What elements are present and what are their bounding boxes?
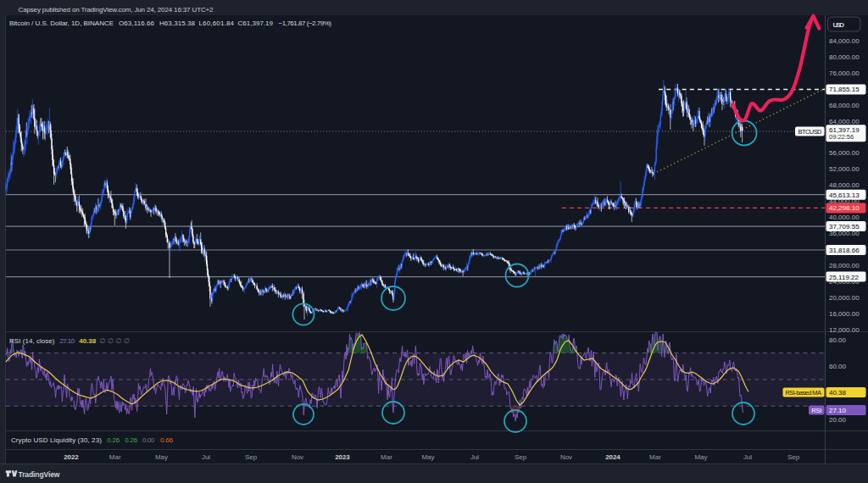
svg-text:0.00: 0.00: [142, 436, 155, 444]
svg-text:May: May: [155, 453, 168, 461]
svg-text:09:22:56: 09:22:56: [829, 133, 854, 141]
svg-text:40,000.00: 40,000.00: [829, 214, 860, 221]
svg-text:Mar: Mar: [649, 453, 661, 461]
svg-text:76,000.00: 76,000.00: [829, 69, 860, 77]
svg-text:Sep: Sep: [245, 453, 258, 461]
svg-text:USD: USD: [833, 21, 845, 29]
svg-text:Crypto USD Liquidity (30, 23): Crypto USD Liquidity (30, 23): [11, 436, 102, 444]
svg-text:Sep: Sep: [515, 453, 527, 461]
svg-text:Nov: Nov: [560, 453, 572, 461]
svg-text:C61,397.19: C61,397.19: [238, 19, 274, 27]
svg-text:2023: 2023: [335, 453, 350, 461]
svg-text:71,855.15: 71,855.15: [829, 86, 860, 93]
svg-text:Mar: Mar: [381, 453, 392, 461]
svg-text:2024: 2024: [605, 453, 620, 461]
svg-text:Jul: Jul: [470, 453, 479, 461]
svg-text:60.00: 60.00: [829, 363, 847, 370]
svg-text:28,000.00: 28,000.00: [829, 262, 860, 269]
svg-text:16,000.00: 16,000.00: [829, 310, 860, 318]
svg-text:40.38: 40.38: [829, 389, 847, 397]
svg-text:Capsey published on TradingVie: Capsey published on TradingView.com, Jun…: [19, 6, 214, 14]
svg-text:56,000.00: 56,000.00: [829, 149, 860, 157]
svg-text:Jul: Jul: [743, 453, 752, 461]
svg-text:42,298.10: 42,298.10: [829, 204, 860, 212]
svg-text:TradingView: TradingView: [19, 470, 60, 479]
svg-text:0.26: 0.26: [107, 436, 120, 444]
svg-text:L60,601.84: L60,601.84: [199, 19, 235, 27]
svg-text:48,000.00: 48,000.00: [829, 181, 860, 189]
svg-text:37,709.55: 37,709.55: [829, 223, 860, 230]
svg-text:O63,116.66: O63,116.66: [119, 19, 155, 27]
svg-text:20.00: 20.00: [829, 416, 847, 424]
svg-text:27.10: 27.10: [60, 337, 75, 345]
svg-text:64,000.00: 64,000.00: [829, 118, 860, 125]
svg-text:45,613.13: 45,613.13: [829, 192, 860, 199]
svg-text:80,000.00: 80,000.00: [829, 53, 860, 61]
svg-text:0.26: 0.26: [125, 436, 138, 444]
svg-text:0.66: 0.66: [160, 436, 174, 444]
svg-text:BTCUSD: BTCUSD: [798, 128, 823, 136]
svg-text:84,000.00: 84,000.00: [829, 37, 860, 45]
svg-text:40.38: 40.38: [79, 337, 96, 345]
svg-text:52,000.00: 52,000.00: [829, 165, 860, 173]
svg-text:RSI (14, close): RSI (14, close): [9, 337, 55, 345]
svg-text:May: May: [421, 453, 434, 461]
svg-text:Sep: Sep: [787, 453, 800, 461]
svg-text:−1,761.87 (−2.79%): −1,761.87 (−2.79%): [279, 19, 332, 27]
svg-text:12,000.00: 12,000.00: [829, 326, 860, 334]
svg-text:31,818.66: 31,818.66: [829, 247, 860, 254]
svg-text:20,000.00: 20,000.00: [829, 294, 860, 302]
svg-text:∅: ∅: [116, 337, 122, 345]
svg-text:Mar: Mar: [109, 453, 121, 461]
svg-text:Nov: Nov: [292, 453, 303, 461]
svg-text:∅: ∅: [108, 337, 114, 345]
svg-text:RSI-based MA: RSI-based MA: [786, 389, 822, 397]
svg-text:Jul: Jul: [202, 453, 210, 461]
svg-text:∅: ∅: [124, 337, 130, 345]
svg-text:2022: 2022: [64, 453, 79, 461]
svg-text:27.10: 27.10: [829, 407, 847, 414]
svg-text:68,000.00: 68,000.00: [829, 102, 860, 109]
svg-text:Bitcoin / U.S. Dollar, 1D, BIN: Bitcoin / U.S. Dollar, 1D, BINANCE: [9, 19, 114, 27]
svg-text:∅: ∅: [100, 337, 106, 345]
svg-text:RSI: RSI: [811, 407, 821, 414]
svg-text:25,119.22: 25,119.22: [829, 274, 860, 281]
svg-text:80.00: 80.00: [829, 336, 847, 344]
svg-text:May: May: [694, 453, 707, 461]
svg-text:H63,315.38: H63,315.38: [159, 19, 196, 27]
